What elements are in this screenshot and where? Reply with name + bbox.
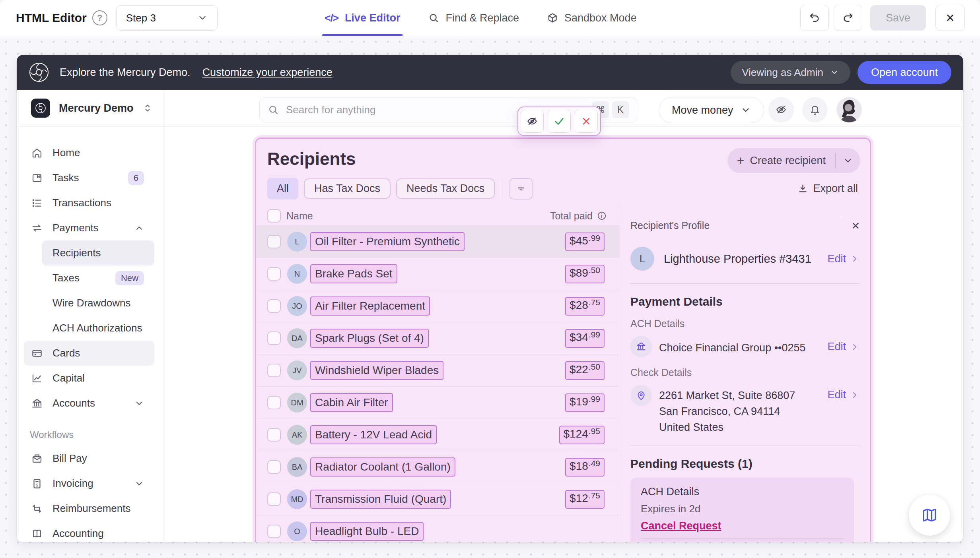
sidebar-item-reimbursements[interactable]: Reimbursements [24,496,154,521]
sidebar-item-invoicing[interactable]: $ Invoicing [24,471,154,496]
table-row[interactable]: MD Transmission Fluid (Quart) $12.75 [256,483,619,515]
recipient-total-paid-field[interactable]: $45.99 [565,232,605,251]
editor-tabs: </> Live Editor Find & Replace Sandbox M… [325,0,636,36]
row-checkbox[interactable] [267,364,281,377]
sidebar-item-capital[interactable]: Capital [24,366,154,391]
table-row[interactable]: JO Air Filter Replacement $28.75 [256,290,619,322]
sidebar-item-ach-authorizations[interactable]: ACH Authorizations [42,316,154,341]
recipient-name-field[interactable]: Air Filter Replacement [310,296,430,316]
table-row[interactable]: BA Radiator Coolant (1 Gallon) $18.49 [256,451,619,483]
table-row[interactable]: N Brake Pads Set $89.50 [256,258,619,290]
tab-label: Sandbox Mode [564,12,637,24]
recipient-name: Lighthouse Properties #3431 [664,252,811,265]
sidebar-item-bill-pay[interactable]: Bill Pay [24,446,154,471]
reject-button[interactable] [575,110,598,133]
row-checkbox[interactable] [267,267,281,281]
row-checkbox[interactable] [267,492,281,506]
sidebar-item-taxes[interactable]: Taxes New [42,265,154,291]
table-row[interactable]: DA Spark Plugs (Set of 4) $34.99 [256,322,619,354]
sidebar-item-recipients[interactable]: Recipients [42,240,154,265]
export-all-button[interactable]: Export all [797,182,858,195]
chevron-down-icon [197,13,208,23]
select-all-checkbox[interactable] [267,209,281,223]
table-row[interactable]: L Oil Filter - Premium Synthetic $45.99 [256,225,619,258]
recipient-name-field[interactable]: Transmission Fluid (Quart) [310,490,451,509]
sidebar-item-home[interactable]: Home [24,140,154,165]
row-checkbox[interactable] [267,396,281,409]
org-switcher[interactable]: Mercury Demo [17,90,163,127]
row-checkbox[interactable] [267,460,281,474]
sidebar-item-payments[interactable]: Payments [24,215,154,240]
recipient-total-paid-field[interactable]: $34.99 [565,329,605,348]
k-key: K [612,101,629,118]
viewing-as-dropdown[interactable]: Viewing as Admin [731,61,850,84]
tab-sandbox-mode[interactable]: Sandbox Mode [547,0,637,36]
help-icon[interactable]: ? [92,10,107,25]
create-recipient-button[interactable]: + Create recipient [727,148,860,173]
recipient-total-paid-field[interactable]: $124.95 [559,426,605,444]
user-avatar[interactable] [836,97,862,122]
edit-recipient-link[interactable]: Edit [827,253,859,265]
recipient-name-field[interactable]: Oil Filter - Premium Synthetic [310,232,465,251]
recipient-initials-avatar: BA [287,457,307,477]
recipient-total-paid-field[interactable]: $12.75 [565,490,605,509]
create-recipient-dropdown[interactable] [836,155,860,166]
hide-element-button[interactable] [521,110,544,133]
recipients-table-body: L Oil Filter - Premium Synthetic $45.99 … [256,225,619,542]
recipient-total-paid-field[interactable]: $28.75 [565,297,605,316]
filter-has-tax-docs[interactable]: Has Tax Docs [304,178,391,199]
tab-find-replace[interactable]: Find & Replace [428,0,519,36]
row-checkbox[interactable] [267,331,281,345]
hide-balances-button[interactable] [768,97,794,122]
recipient-total-paid-field[interactable]: $22.50 [565,361,605,380]
recipient-name-field[interactable]: Radiator Coolant (1 Gallon) [310,457,455,477]
filter-button[interactable] [509,178,533,200]
sidebar-item-accounting[interactable]: Accounting [24,521,154,542]
filter-all[interactable]: All [267,178,298,200]
edit-ach-link[interactable]: Edit [827,336,859,353]
redo-button[interactable] [834,5,862,31]
sidebar-item-transactions[interactable]: Transactions [24,190,154,215]
undo-button[interactable] [800,5,829,31]
recipient-name-field[interactable]: Windshield Wiper Blades [310,361,443,380]
table-row[interactable]: O Headlight Bulb - LED [256,515,619,542]
close-editor-button[interactable]: × [935,5,965,31]
recipient-total-paid-field[interactable]: $18.49 [565,458,605,477]
sidebar-item-accounts[interactable]: Accounts [24,391,154,416]
tab-live-editor[interactable]: </> Live Editor [325,0,400,36]
bank-icon [31,397,43,409]
row-checkbox[interactable] [267,299,281,313]
row-checkbox[interactable] [267,235,281,248]
demo-map-button[interactable] [909,494,950,536]
recipient-total-paid-field[interactable]: $89.50 [565,265,605,283]
sidebar-item-cards[interactable]: Cards [24,341,154,366]
sidebar-item-label: Bill Pay [52,452,87,465]
sidebar-item-wire-drawdowns[interactable]: Wire Drawdowns [42,291,154,316]
edit-check-link[interactable]: Edit [827,385,859,401]
approve-button[interactable] [548,110,571,133]
card-icon [31,347,43,359]
row-checkbox[interactable] [267,525,281,538]
table-row[interactable]: DM Cabin Air Filter $19.99 [256,386,619,418]
recipient-name-field[interactable]: Cabin Air Filter [310,393,393,412]
sidebar-item-tasks[interactable]: Tasks 6 [24,165,154,190]
move-money-button[interactable]: Move money [659,97,764,123]
save-button[interactable]: Save [870,5,926,31]
step-selector[interactable]: Step 3 [116,5,218,31]
cancel-request-link[interactable]: Cancel Request [641,520,844,532]
row-checkbox[interactable] [267,428,281,442]
close-profile-button[interactable]: × [852,219,859,232]
filter-needs-tax-docs[interactable]: Needs Tax Docs [396,178,495,199]
recipient-name-field[interactable]: Brake Pads Set [310,264,397,283]
table-row[interactable]: AK Battery - 12V Lead Acid $124.95 [256,418,619,451]
recipient-name-field[interactable]: Battery - 12V Lead Acid [310,425,437,444]
open-account-button[interactable]: Open account [858,61,951,84]
pending-requests-header: Pending Requests (1) [630,457,859,471]
customize-experience-link[interactable]: Customize your experience [202,66,332,79]
notifications-button[interactable] [802,97,828,122]
table-row[interactable]: JV Windshield Wiper Blades $22.50 [256,354,619,386]
export-all-label: Export all [813,182,858,195]
recipient-name-field[interactable]: Spark Plugs (Set of 4) [310,329,429,348]
recipient-total-paid-field[interactable]: $19.99 [565,393,605,412]
recipient-name-field[interactable]: Headlight Bulb - LED [310,522,424,541]
